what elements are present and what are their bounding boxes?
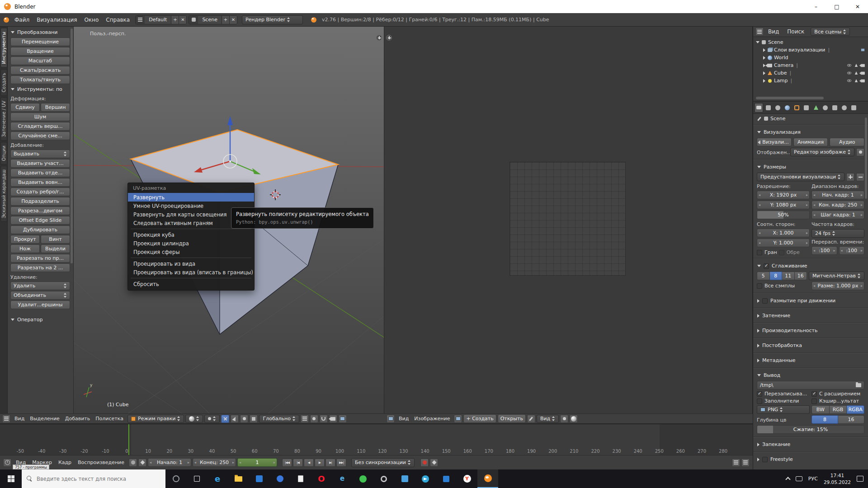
overwrite-checkbox[interactable]: Перезаписыва...	[757, 391, 810, 397]
aspect-y-field[interactable]: Y: 1.000	[757, 239, 810, 247]
current-frame-playhead[interactable]	[128, 424, 129, 455]
visibility-eye-icon[interactable]	[847, 70, 852, 75]
editor-type-button[interactable]	[387, 415, 395, 423]
properties-scrollbar[interactable]	[865, 117, 867, 199]
snap-magnet-button[interactable]	[320, 415, 328, 423]
photos-icon[interactable]	[394, 469, 415, 488]
menu-item-sphere-projection[interactable]: Проекция сферы	[128, 248, 254, 256]
aa-size-field[interactable]: Разме: 1.000 px	[811, 282, 864, 290]
menu-item[interactable]: Воспроизведение	[75, 460, 127, 465]
shear-button[interactable]: Сдвину	[10, 103, 40, 112]
tab-material[interactable]	[821, 103, 830, 113]
render-engine-dropdown[interactable]: Рендер Blender	[242, 15, 303, 24]
panel-motion-blur-header[interactable]: Размытие при движении	[757, 296, 864, 305]
expand-region-icon[interactable]	[386, 35, 392, 41]
tab-options[interactable]: Опции	[0, 142, 7, 164]
tool-button[interactable]: Разреза...двигом	[10, 206, 70, 215]
menu-item[interactable]: Изображение	[411, 416, 453, 422]
merge-dropdown[interactable]: Объединить	[10, 291, 70, 300]
tree-row-cube[interactable]: Cube |	[756, 69, 866, 77]
jump-to-end-button[interactable]: ▶▶|	[336, 459, 346, 467]
menu-item[interactable]: Вид	[396, 416, 411, 422]
layout-add-button[interactable]: +	[171, 16, 179, 24]
menu-item[interactable]: Вид	[12, 416, 27, 422]
lock-interface-button[interactable]	[856, 148, 864, 156]
render-audio-button[interactable]: Аудио	[830, 138, 864, 146]
delete-dropdown[interactable]: Удалить	[10, 282, 70, 290]
layers-widget[interactable]	[301, 415, 309, 423]
pin-icon[interactable]	[757, 116, 762, 121]
color-mode-bw[interactable]: BW	[811, 405, 830, 414]
uv-paint-mode-button[interactable]	[570, 415, 578, 423]
image-new-button[interactable]: + Создать	[463, 414, 496, 423]
aa-samples-5[interactable]: 5	[757, 272, 770, 280]
edge-icon[interactable]: e	[207, 469, 228, 488]
next-keyframe-button[interactable]: ▶|	[326, 459, 335, 467]
aa-samples-11[interactable]: 11	[782, 272, 795, 280]
pin-icon[interactable]	[527, 415, 535, 423]
tab-render[interactable]	[755, 103, 763, 113]
tool-button[interactable]: Сгладить верш...	[10, 122, 70, 131]
tool-button[interactable]: Толкать/тянуть	[10, 75, 70, 84]
maximize-button[interactable]: □	[826, 0, 847, 13]
prev-keyframe-button[interactable]: |◀	[293, 459, 303, 467]
start-button[interactable]	[0, 469, 22, 488]
panel-antialiasing-header[interactable]: Сглаживание	[757, 262, 864, 270]
editor-type-button[interactable]	[3, 459, 11, 467]
record-button[interactable]	[420, 459, 429, 467]
remap-new-field[interactable]: :100	[839, 246, 865, 255]
resolution-percent-slider[interactable]: 50%	[757, 211, 810, 219]
menu-item[interactable]: Визуализация	[33, 17, 80, 23]
fps-dropdown[interactable]: 24 fps	[811, 229, 864, 238]
freestyle-checkbox[interactable]	[762, 457, 768, 462]
menu-item[interactable]: Справка	[102, 17, 133, 23]
selectability-icon[interactable]	[854, 63, 859, 68]
layout-name[interactable]: Default	[145, 16, 171, 24]
menu-item[interactable]: Окно	[80, 17, 102, 23]
file-extensions-checkbox[interactable]: С расширением	[811, 391, 864, 397]
menu-item[interactable]: Кадр	[55, 460, 75, 465]
tab-shading-uv[interactable]: Затенение / UV	[0, 97, 7, 141]
blender-menu-icon[interactable]	[4, 17, 9, 23]
outliner-scrollbar[interactable]	[756, 97, 824, 99]
toolshelf-scrollbar[interactable]	[71, 28, 73, 263]
groove-icon[interactable]	[269, 469, 290, 488]
panel-meshtools-header[interactable]: Инструменты: по	[10, 85, 70, 94]
tool-button[interactable]: Дублировать	[10, 225, 70, 234]
resolution-x-field[interactable]: X: 1920 px	[757, 191, 810, 199]
spin-button[interactable]: Прокрут	[10, 235, 40, 244]
tool-button[interactable]: Выдавить участ...	[10, 159, 70, 168]
aa-samples-16[interactable]: 16	[795, 272, 807, 280]
play-button[interactable]: ▶	[315, 459, 325, 467]
tree-row-world[interactable]: World	[756, 54, 866, 61]
tree-row-scene[interactable]: Scene	[756, 38, 866, 46]
tab-object[interactable]	[793, 103, 801, 113]
tool-button[interactable]: Выдавить отде...	[10, 169, 70, 177]
menu-item-cube-projection[interactable]: Проекция куба	[128, 230, 254, 239]
tab-render-layers[interactable]	[764, 103, 773, 113]
mode-dropdown[interactable]: Режим правки	[127, 415, 184, 423]
panel-render-header[interactable]: Визуализация	[757, 128, 864, 136]
menu-item-reset[interactable]: Сбросить	[128, 280, 254, 288]
preset-remove-button[interactable]	[856, 173, 864, 181]
image-open-button[interactable]: Открыть	[498, 414, 526, 423]
settings-gear-icon[interactable]	[373, 469, 394, 488]
remap-old-field[interactable]: :100	[811, 246, 837, 255]
disclosure-icon[interactable]	[763, 71, 765, 75]
orientation-dropdown[interactable]: Глобально	[259, 415, 299, 423]
aa-filter-dropdown[interactable]: Митчелл-Нетрав	[809, 272, 864, 280]
aspect-x-field[interactable]: X: 1.000	[757, 229, 810, 237]
tool-button[interactable]: Создать ребро/г...	[10, 188, 70, 196]
paste-pose-button[interactable]	[741, 459, 750, 467]
proportional-edit-button[interactable]	[310, 415, 318, 423]
menu-item-cylinder-projection[interactable]: Проекция цилиндра	[128, 239, 254, 248]
aa-samples-8[interactable]: 8	[770, 272, 783, 280]
cortana-button[interactable]	[165, 469, 186, 488]
screen-layout-selector[interactable]: Default + ✕	[135, 15, 187, 24]
outliner-search-menu[interactable]: Поиск	[783, 28, 808, 35]
panel-freestyle-header[interactable]: Freestyle	[757, 455, 864, 464]
language-indicator[interactable]: РУС	[808, 476, 818, 482]
search-input[interactable]	[37, 476, 160, 482]
extrude-dropdown[interactable]: Выдавить	[10, 150, 70, 158]
tool-button[interactable]: Разрезать на 2 ...	[10, 263, 70, 272]
